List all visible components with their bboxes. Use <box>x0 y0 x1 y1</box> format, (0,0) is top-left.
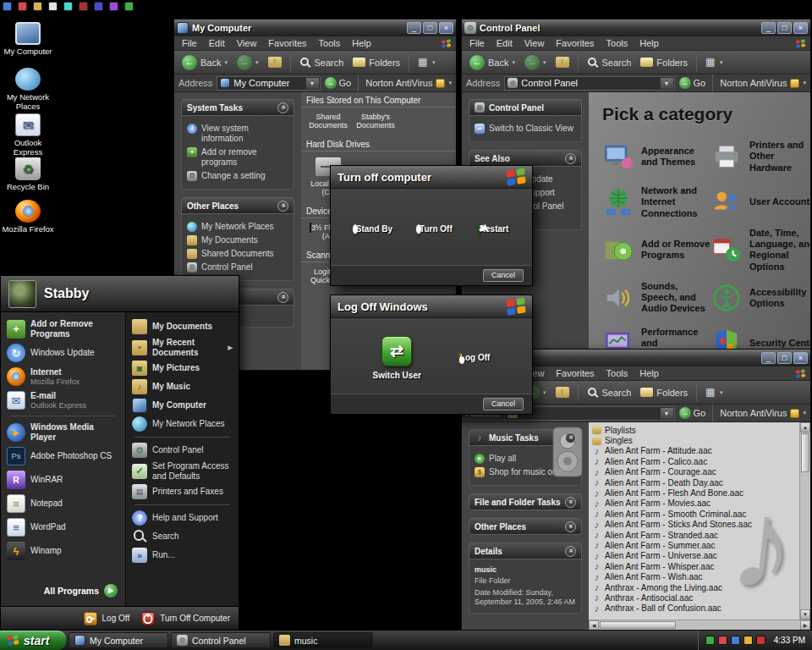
shortcut-icon[interactable] <box>48 2 58 11</box>
collapse-chevron-icon[interactable] <box>565 546 576 557</box>
norton-antivirus-button[interactable]: Norton AntiVirus▾ <box>720 78 806 88</box>
menu-item[interactable]: Edit <box>491 37 518 49</box>
shortcut-icon[interactable] <box>79 2 88 11</box>
menu-item[interactable]: Favorites <box>550 37 600 49</box>
menu-item[interactable]: Favorites <box>262 37 312 49</box>
file-item[interactable]: Alien Ant Farm - Whisper.aac <box>592 561 798 571</box>
shortcut-icon[interactable] <box>33 2 42 11</box>
minimize-button[interactable]: _ <box>761 352 776 364</box>
menu-item[interactable]: Help <box>634 367 665 379</box>
menu-item[interactable]: Edit <box>203 37 231 49</box>
switch-classic-view-link[interactable]: Switch to Classic View <box>475 124 576 134</box>
shortcut-icon[interactable] <box>109 2 118 11</box>
start-menu-item[interactable]: My Computer <box>128 396 237 415</box>
category-appearance-and-themes[interactable]: Appearance and Themes <box>602 136 710 177</box>
horizontal-scrollbar[interactable]: ◀ ▶ <box>589 620 810 630</box>
tray-icon[interactable] <box>705 636 715 645</box>
shortcut-icon[interactable] <box>18 2 27 11</box>
address-input[interactable]: My Computer ▼ <box>217 76 320 91</box>
close-button[interactable]: × <box>793 352 808 364</box>
all-programs-button[interactable]: All Programs ▶ <box>3 580 123 602</box>
views-button[interactable]: ▦▾ <box>702 55 727 69</box>
start-menu-item[interactable]: WordPad <box>3 515 123 539</box>
other-places-header[interactable]: Other Places <box>469 518 582 535</box>
shortcut-icon[interactable] <box>124 2 134 11</box>
turn-off-button[interactable]: Turn Off <box>418 224 453 234</box>
scroll-right-arrow[interactable]: ▶ <box>800 620 810 630</box>
collapse-chevron-icon[interactable] <box>277 201 288 212</box>
file-item[interactable]: Alien Ant Farm - Movies.aac <box>592 499 798 509</box>
file-item[interactable]: Alien Ant Farm - Attitude.aac <box>592 446 798 456</box>
file-item[interactable]: Anthrax - Among the Living.aac <box>592 582 798 592</box>
start-menu-item[interactable]: My Music <box>128 377 237 396</box>
menu-item[interactable]: Help <box>634 37 665 49</box>
collapse-chevron-icon[interactable] <box>565 153 576 164</box>
views-button[interactable]: ▦▾ <box>702 385 727 399</box>
start-menu-item[interactable]: My Documents <box>128 317 237 336</box>
menu-item[interactable]: Favorites <box>550 367 600 379</box>
stand-by-button[interactable]: Stand By <box>354 224 392 234</box>
category-add-or-remove-programs[interactable]: Add or Remove Programs <box>602 228 710 273</box>
folder-item[interactable]: Stabby's Documents <box>355 113 396 129</box>
norton-antivirus-button[interactable]: Norton AntiVirus▾ <box>365 78 452 88</box>
details-header[interactable]: Details <box>469 543 582 559</box>
address-dropdown[interactable]: ▼ <box>661 408 673 419</box>
shortcut-icon[interactable] <box>63 2 73 11</box>
file-item[interactable]: Alien Ant Farm - Smooth Criminal.aac <box>592 509 798 519</box>
file-item[interactable]: Alien Ant Farm - Wish.aac <box>592 571 798 581</box>
menu-item[interactable]: File <box>464 37 491 49</box>
start-menu-item[interactable]: Search <box>128 527 237 546</box>
file-item[interactable]: Alien Ant Farm - Flesh And Bone.aac <box>592 488 798 498</box>
desktop-icon[interactable]: My Computer <box>2 22 54 57</box>
file-item[interactable]: Alien Ant Farm - Death Day.aac <box>592 477 798 488</box>
maximize-button[interactable]: □ <box>423 22 437 34</box>
start-menu-item[interactable]: Windows Media Player <box>3 420 123 444</box>
scrollbar-thumb[interactable] <box>600 621 676 629</box>
category-printers-and-other-hardware[interactable]: Printers and Other Hardware <box>710 136 810 177</box>
place-link[interactable]: My Documents <box>187 235 288 245</box>
see-also-header[interactable]: See Also <box>469 150 582 167</box>
start-menu-item[interactable]: Control Panel <box>128 441 237 460</box>
up-button[interactable]: ↑ <box>552 385 573 399</box>
menu-item[interactable]: Help <box>346 37 377 49</box>
back-button[interactable]: ←Back▾ <box>178 53 231 72</box>
minimize-button[interactable]: _ <box>761 22 776 34</box>
tray-icon[interactable] <box>718 636 727 645</box>
scroll-up-arrow[interactable]: ▲ <box>800 422 810 432</box>
close-button[interactable]: × <box>439 22 453 34</box>
tray-icon[interactable] <box>731 636 740 645</box>
start-menu-item[interactable]: My Recent Documents▶ <box>128 336 237 359</box>
start-menu-item[interactable]: Set Program Access and Defaults <box>128 460 237 482</box>
restart-button[interactable]: Restart <box>478 224 508 234</box>
forward-button[interactable]: →▾ <box>521 53 550 72</box>
menu-item[interactable]: File <box>176 37 203 49</box>
start-menu-item[interactable]: Notepad <box>3 492 123 515</box>
address-dropdown[interactable]: ▼ <box>661 78 673 89</box>
search-button[interactable]: Search <box>584 385 635 400</box>
taskbar-window-button[interactable]: music <box>273 632 373 648</box>
file-item[interactable]: Singles <box>592 435 798 445</box>
forward-button[interactable]: →▾ <box>233 53 262 72</box>
category-network-and-internet[interactable]: Network and Internet Connections <box>602 182 710 223</box>
task-link[interactable]: View system information <box>187 124 288 144</box>
category-accessibility-options[interactable]: Accessibility Options <box>710 278 810 318</box>
vertical-scrollbar[interactable]: ▲ ▼ <box>799 422 810 620</box>
scroll-down-arrow[interactable]: ▼ <box>800 609 810 620</box>
address-dropdown[interactable]: ▼ <box>306 78 319 89</box>
control-panel-panel-header[interactable]: Control Panel <box>469 99 582 116</box>
start-menu-item[interactable]: Run... <box>128 546 237 565</box>
category-user-accounts[interactable]: User Accounts <box>710 182 810 223</box>
turn-off-computer-button[interactable]: Turn Off Computer <box>141 612 230 625</box>
desktop-icon[interactable]: My Network Places <box>2 68 54 112</box>
task-link[interactable]: Add or remove programs <box>187 147 288 168</box>
file-item[interactable]: Alien Ant Farm - Summer.aac <box>592 540 798 550</box>
menu-item[interactable]: Tools <box>601 367 634 379</box>
views-button[interactable]: ▦▾ <box>414 55 439 69</box>
place-link[interactable]: My Network Places <box>187 222 288 232</box>
dialog-title-bar[interactable]: Log Off Windows <box>331 295 532 318</box>
start-menu-item[interactable]: WinRAR <box>3 468 123 492</box>
go-button[interactable]: →Go <box>679 77 706 89</box>
task-link[interactable]: Change a setting <box>187 171 288 181</box>
start-button[interactable]: start <box>0 631 66 650</box>
start-menu-item[interactable]: Windows Update <box>3 341 123 365</box>
